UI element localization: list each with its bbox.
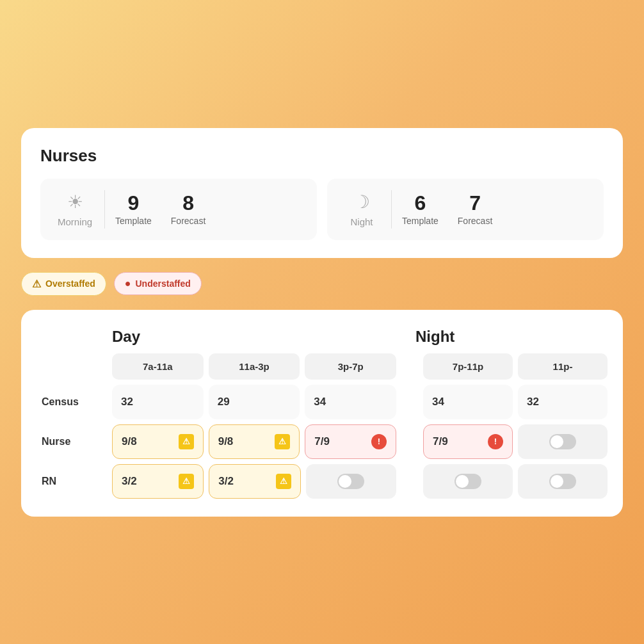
toggle-nurse-11p[interactable] (549, 434, 576, 449)
col-header-7p: 7p-11p (423, 353, 513, 380)
shift-cards: ☀ Morning 9 Template 8 Forecast (40, 179, 604, 240)
night-section-title: Night (415, 328, 455, 345)
nurse-11p-cell (518, 424, 608, 459)
legend-row: ⚠ Overstaffed ● Understaffed (21, 272, 623, 296)
census-day-cells: 32 29 34 (112, 385, 396, 419)
night-template-stat: 6 Template (402, 193, 439, 226)
night-template-label: Template (402, 216, 439, 226)
morning-template-label: Template (115, 216, 152, 226)
moon-icon: ☽ (354, 191, 370, 213)
nurse-11a-value: 9/8 (218, 435, 234, 448)
night-forecast-stat: 7 Forecast (458, 193, 492, 226)
morning-forecast-number: 8 (182, 193, 194, 213)
sun-icon: ☀ (67, 191, 83, 213)
warn-icon-nurse-11a: ⚠ (275, 434, 290, 449)
col-header-11a: 11a-3p (209, 353, 300, 380)
night-label: Night (350, 216, 373, 227)
morning-icon-label: ☀ Morning (56, 191, 94, 227)
rn-7a-value: 3/2 (122, 475, 137, 488)
warn-icon-rn-11a: ⚠ (276, 474, 291, 489)
overstaffed-badge: ⚠ Overstaffed (21, 272, 106, 296)
schedule-card: Day Night 7a-11a 11a-3p 3p-7p 7p-11p 11p… (21, 310, 623, 517)
day-section-title: Day (112, 328, 140, 345)
nurse-day-cells: 9/8 ⚠ 9/8 ⚠ 7/9 ! (112, 424, 396, 459)
census-3p-cell: 34 (305, 385, 396, 419)
census-night-cells: 34 32 (423, 385, 608, 419)
nurse-3p-cell: 7/9 ! (305, 424, 396, 459)
col-header-11p: 11p- (518, 353, 608, 380)
rn-7a-cell: 3/2 ⚠ (112, 464, 204, 499)
rn-row: RN 3/2 ⚠ 3/2 ⚠ (36, 464, 608, 499)
nurse-night-cells: 7/9 ! (423, 424, 608, 459)
nurses-card: Nurses ☀ Morning 9 Template 8 Forecast (21, 128, 623, 258)
rn-7p-cell (423, 464, 513, 499)
rn-11a-cell: 3/2 ⚠ (209, 464, 300, 499)
col-header-7a: 7a-11a (112, 353, 204, 380)
morning-template-stat: 9 Template (115, 193, 152, 226)
rn-night-cells (423, 464, 608, 499)
morning-forecast-label: Forecast (171, 216, 205, 226)
nurse-7p-value: 7/9 (433, 435, 448, 448)
nurse-7a-value: 9/8 (122, 435, 137, 448)
rn-3p-cell (306, 464, 396, 499)
morning-stats: 9 Template 8 Forecast (115, 193, 205, 226)
rn-11a-value: 3/2 (218, 475, 234, 488)
vertical-divider (104, 190, 105, 229)
morning-forecast-stat: 8 Forecast (171, 193, 205, 226)
danger-icon-nurse-7p: ! (488, 434, 503, 449)
nurse-row: Nurse 9/8 ⚠ 9/8 ⚠ 7/9 ! (36, 424, 608, 459)
header-row: 7a-11a 11a-3p 3p-7p 7p-11p 11p- (36, 353, 608, 380)
warn-icon-rn-7a: ⚠ (179, 474, 194, 489)
rn-day-cells: 3/2 ⚠ 3/2 ⚠ (112, 464, 396, 499)
nurse-3p-value: 7/9 (314, 435, 330, 448)
census-11a-cell: 29 (209, 385, 300, 419)
morning-label: Morning (58, 216, 92, 227)
night-forecast-label: Forecast (458, 216, 492, 226)
nurse-7p-cell: 7/9 ! (423, 424, 513, 459)
overstaffed-label: Overstaffed (45, 278, 95, 289)
census-label: Census (36, 389, 107, 415)
census-11p-cell: 32 (518, 385, 608, 419)
census-7a-cell: 32 (112, 385, 204, 419)
toggle-rn-3p[interactable] (337, 474, 364, 489)
night-shift-card: ☽ Night 6 Template 7 Forecast (327, 179, 604, 240)
danger-icon-nurse-3p: ! (371, 434, 387, 449)
morning-template-number: 9 (128, 193, 140, 213)
nurse-7a-cell: 9/8 ⚠ (112, 424, 204, 459)
census-7a-value: 32 (121, 396, 133, 408)
night-icon-label: ☽ Night (342, 191, 381, 227)
col-header-3p: 3p-7p (305, 353, 396, 380)
census-11a-value: 29 (218, 396, 230, 408)
toggle-rn-11p[interactable] (549, 474, 576, 489)
toggle-rn-7p[interactable] (455, 474, 481, 489)
vertical-divider-2 (391, 190, 392, 229)
nurse-label: Nurse (36, 428, 107, 455)
section-label-row: Day Night (36, 328, 608, 346)
morning-shift-card: ☀ Morning 9 Template 8 Forecast (40, 179, 317, 240)
nurses-title: Nurses (40, 146, 604, 166)
warn-icon-nurse-7a: ⚠ (179, 434, 194, 449)
understaffed-badge: ● Understaffed (114, 272, 202, 295)
night-template-number: 6 (415, 193, 426, 213)
night-forecast-number: 7 (469, 193, 481, 213)
understaffed-label: Understaffed (135, 278, 190, 289)
rn-11p-cell (518, 464, 608, 499)
census-row: Census 32 29 34 34 (36, 385, 608, 419)
error-icon: ● (125, 278, 131, 289)
warning-icon: ⚠ (32, 278, 41, 290)
rows-area: Census 32 29 34 34 (36, 385, 608, 499)
census-7p-cell: 34 (423, 385, 513, 419)
census-11p-value: 32 (527, 396, 539, 408)
census-3p-value: 34 (314, 396, 326, 408)
rn-label: RN (36, 468, 107, 495)
nurse-11a-cell: 9/8 ⚠ (209, 424, 300, 459)
night-headers: 7p-11p 11p- (423, 353, 608, 380)
census-7p-value: 34 (432, 396, 444, 408)
day-headers: 7a-11a 11a-3p 3p-7p (112, 353, 396, 380)
night-stats: 6 Template 7 Forecast (402, 193, 492, 226)
